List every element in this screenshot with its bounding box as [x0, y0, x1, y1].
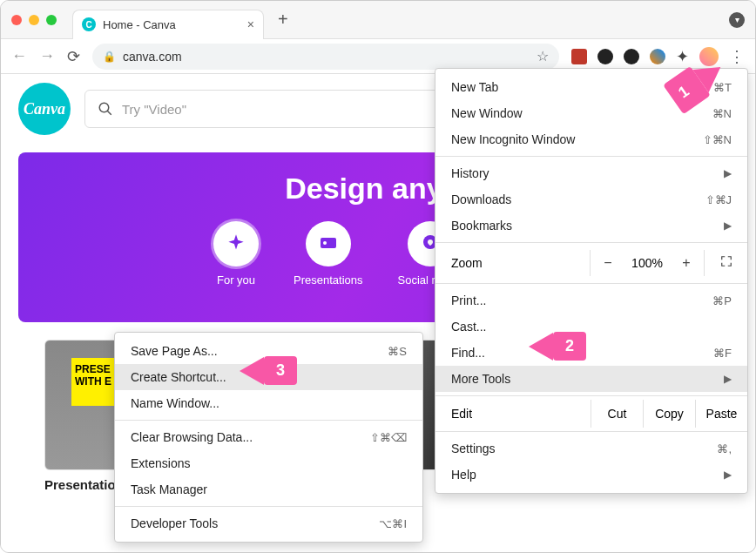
menu-label: Print...: [451, 293, 486, 307]
new-tab-button[interactable]: +: [278, 10, 288, 30]
menu-shortcut: ⌘F: [713, 347, 732, 360]
menu-shortcut: ⌘P: [712, 294, 732, 307]
menu-new-incognito[interactable]: New Incognito Window ⇧⌘N: [435, 126, 747, 152]
category-label: Presentations: [294, 273, 363, 287]
category-for-you[interactable]: For you: [213, 221, 259, 287]
svg-point-3: [323, 241, 327, 245]
submenu-task-manager[interactable]: Task Manager: [115, 476, 422, 502]
browser-tab[interactable]: C Home - Canva ×: [72, 10, 264, 39]
submenu-clear-browsing-data[interactable]: Clear Browsing Data... ⇧⌘⌫: [115, 424, 422, 450]
category-label: For you: [217, 273, 255, 287]
menu-shortcut: ⌘N: [712, 107, 732, 120]
pocket-icon[interactable]: [597, 49, 613, 64]
menu-label: Find...: [451, 346, 485, 360]
maximize-window-button[interactable]: [46, 15, 57, 25]
menu-downloads[interactable]: Downloads ⇧⌘J: [435, 186, 747, 212]
forward-icon: →: [39, 47, 55, 65]
menu-label: Settings: [451, 442, 496, 455]
menu-label: Zoom: [435, 256, 590, 270]
search-icon: [98, 101, 113, 117]
edit-copy-button[interactable]: Copy: [643, 400, 695, 428]
chrome-main-menu: New Tab ⌘T New Window ⌘N New Incognito W…: [435, 68, 748, 494]
svg-rect-2: [321, 238, 336, 248]
menu-label: Extensions: [131, 456, 190, 470]
menu-label: Downloads: [451, 192, 511, 206]
menu-print[interactable]: Print... ⌘P: [435, 287, 747, 314]
tab-title: Home - Canva: [103, 18, 240, 31]
menu-shortcut: ⌥⌘I: [379, 517, 407, 530]
reload-icon[interactable]: ⟳: [67, 47, 80, 66]
menu-settings[interactable]: Settings ⌘,: [435, 435, 747, 462]
svg-point-0: [99, 103, 109, 112]
arrow-icon: [240, 357, 264, 385]
menu-label: History: [451, 166, 489, 180]
menu-label: More Tools: [451, 372, 510, 386]
minimize-window-button[interactable]: [29, 15, 39, 25]
menu-label: Clear Browsing Data...: [131, 430, 253, 444]
chevron-right-icon: ▶: [724, 469, 732, 481]
callout-number: 2: [553, 332, 586, 361]
menu-shortcut: ⌘,: [717, 442, 732, 455]
menu-bookmarks[interactable]: Bookmarks ▶: [435, 212, 747, 239]
lock-icon[interactable]: 🔒: [103, 51, 116, 63]
menu-help[interactable]: Help ▶: [435, 462, 747, 488]
menu-history[interactable]: History ▶: [435, 160, 747, 186]
bookmark-star-icon[interactable]: ☆: [537, 48, 549, 64]
menu-zoom: Zoom − 100% +: [435, 246, 747, 280]
back-icon[interactable]: ←: [11, 47, 27, 65]
submenu-name-window[interactable]: Name Window...: [115, 390, 422, 416]
category-presentations[interactable]: Presentations: [294, 221, 363, 287]
chevron-right-icon: ▶: [724, 373, 732, 385]
tab-overflow-icon[interactable]: ▾: [729, 12, 745, 28]
zoom-out-button[interactable]: −: [591, 250, 625, 276]
menu-shortcut: ⇧⌘J: [705, 193, 732, 206]
chrome-menu-button[interactable]: ⋮: [729, 47, 745, 66]
menu-label: New Incognito Window: [451, 132, 575, 146]
menu-label: Developer Tools: [131, 516, 218, 530]
zoom-in-button[interactable]: +: [669, 250, 704, 276]
extension-icon[interactable]: [624, 49, 639, 64]
window-titlebar: C Home - Canva × + ▾: [1, 1, 755, 39]
menu-label: Help: [451, 468, 476, 482]
extension-icon[interactable]: [571, 49, 587, 64]
tab-favicon: C: [82, 17, 96, 31]
menu-new-window[interactable]: New Window ⌘N: [435, 100, 747, 126]
submenu-developer-tools[interactable]: Developer Tools ⌥⌘I: [115, 510, 422, 536]
sparkle-icon: [213, 221, 259, 266]
menu-label: Save Page As...: [131, 344, 218, 358]
menu-find[interactable]: Find... ⌘F: [435, 340, 747, 366]
menu-cast[interactable]: Cast...: [435, 314, 747, 340]
zoom-value: 100%: [625, 256, 669, 270]
edit-paste-button[interactable]: Paste: [695, 400, 747, 428]
address-bar[interactable]: 🔒 canva.com ☆: [92, 44, 559, 70]
close-tab-icon[interactable]: ×: [247, 17, 254, 31]
menu-shortcut: ⇧⌘N: [703, 133, 732, 146]
svg-line-1: [107, 111, 111, 115]
submenu-extensions[interactable]: Extensions: [115, 450, 422, 476]
callout-number: 3: [264, 356, 297, 385]
menu-label: Cast...: [451, 320, 486, 334]
menu-label: Create Shortcut...: [131, 370, 226, 384]
search-placeholder: Try "Video": [122, 102, 186, 117]
annotation-callout-2: 2: [529, 332, 586, 361]
fullscreen-button[interactable]: [704, 250, 747, 276]
fullscreen-icon: [720, 255, 732, 267]
menu-more-tools[interactable]: More Tools ▶: [435, 366, 747, 392]
canva-logo[interactable]: Canva: [18, 83, 71, 135]
url-text: canva.com: [123, 50, 530, 64]
extensions-puzzle-icon[interactable]: ✦: [676, 47, 689, 66]
chevron-right-icon: ▶: [724, 219, 732, 232]
arrow-icon: [529, 333, 553, 361]
menu-label: Task Manager: [131, 482, 207, 496]
presentation-icon: [306, 221, 351, 266]
extension-icons: ✦ ⋮: [571, 47, 745, 66]
menu-edit-row: Edit Cut Copy Paste: [435, 400, 747, 428]
menu-label: Edit: [435, 400, 591, 428]
edit-cut-button[interactable]: Cut: [591, 400, 643, 428]
menu-label: New Window: [451, 106, 523, 120]
extension-icon[interactable]: [650, 49, 665, 64]
menu-label: Name Window...: [131, 396, 219, 410]
close-window-button[interactable]: [11, 15, 22, 25]
menu-shortcut: ⇧⌘⌫: [370, 431, 407, 444]
menu-label: New Tab: [451, 80, 498, 94]
